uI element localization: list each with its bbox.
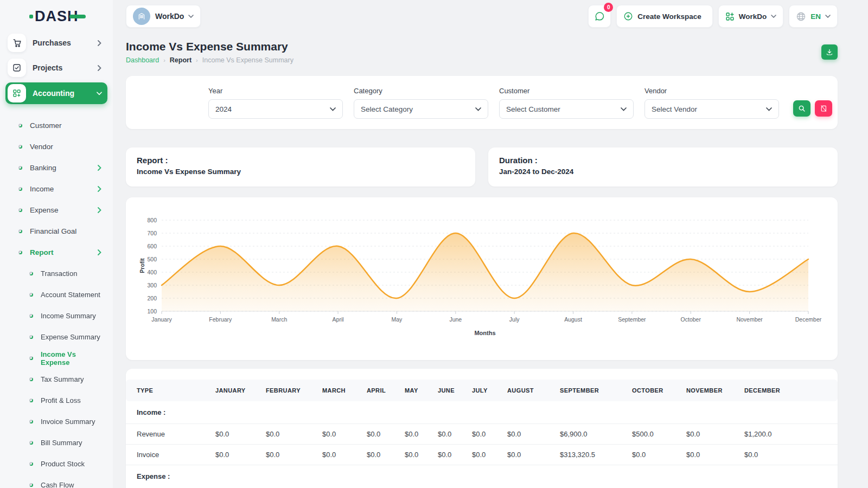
table-cell: $500.0 [632, 424, 686, 445]
breadcrumb-report[interactable]: Report [170, 56, 192, 64]
table-cell: $0.0 [215, 424, 266, 445]
sidebar-item-label: Cash Flow [41, 481, 102, 488]
sidebar-item-product-stock[interactable]: Product Stock [4, 453, 108, 474]
vendor-value: Select Vendor [652, 105, 697, 113]
bullet-icon [18, 145, 22, 149]
svg-text:December: December [795, 316, 822, 323]
table-cell: $0.0 [438, 445, 472, 465]
sidebar-item-label: Income Summary [41, 312, 102, 320]
category-value: Select Category [361, 105, 413, 113]
search-button[interactable] [793, 100, 810, 117]
table-row-label: Revenue [126, 424, 215, 445]
year-select[interactable]: 2024 [208, 99, 343, 119]
top-navbar: WorkDo 0 Create Workspace WorkDo EN [126, 0, 838, 33]
workspace-selector[interactable]: WorkDo [126, 5, 201, 28]
table-header-cell: MAY [405, 380, 438, 401]
sidebar-item-expense-summary[interactable]: Expense Summary [4, 326, 108, 348]
table-header-cell: DECEMBER [744, 380, 838, 401]
reset-button[interactable] [815, 100, 832, 117]
messages-badge: 0 [604, 3, 613, 12]
workspace-avatar [133, 8, 150, 25]
table-cell: $0.0 [472, 445, 507, 465]
sidebar-item-invoice-summary[interactable]: Invoice Summary [4, 411, 108, 432]
grid-icon [8, 84, 26, 102]
sidebar-item-label: Vendor [30, 143, 102, 151]
chevron-right-icon [97, 250, 102, 255]
table-cell: $1,200.0 [744, 424, 838, 445]
table-row-label: Invoice [126, 445, 215, 465]
sidebar-item-label: Income Vs Expense [41, 350, 102, 367]
chart-card: 100200300400500600700800ProfitJanuaryFeb… [126, 197, 838, 360]
sidebar-item-account-statement[interactable]: Account Statement [4, 284, 108, 305]
table-row: Invoice$0.0$0.0$0.0$0.0$0.0$0.0$0.0$0.0$… [126, 445, 838, 465]
sidebar-item-financial-goal[interactable]: Financial Goal [4, 221, 108, 242]
svg-text:July: July [509, 316, 520, 323]
sidebar-item-expense[interactable]: Expense [4, 200, 108, 221]
language-selector[interactable]: EN [789, 5, 838, 28]
table-cell: $0.0 [438, 424, 472, 445]
breadcrumb-separator: › [196, 57, 198, 63]
table-cell: $0.0 [507, 445, 560, 465]
chevron-right-icon [97, 208, 102, 213]
checkbox-icon [8, 59, 26, 77]
workspace-grid-icon [725, 12, 735, 21]
chevron-right-icon [97, 187, 102, 192]
table-header-cell: JULY [472, 380, 507, 401]
svg-text:February: February [209, 316, 232, 323]
vendor-select[interactable]: Select Vendor [644, 99, 779, 119]
svg-text:200: 200 [147, 295, 157, 301]
sidebar-item-cash-flow[interactable]: Cash Flow [4, 474, 108, 488]
sidebar: DASH Purchases Projects Accounting Custo… [0, 0, 113, 488]
filter-card: Year 2024 Category Select Category Custo… [126, 76, 838, 129]
sidebar-item-report[interactable]: Report [4, 242, 108, 263]
download-button[interactable] [821, 44, 838, 60]
download-icon [826, 48, 833, 56]
sidebar-item-label: Income [30, 185, 97, 193]
sidebar-item-profit-loss[interactable]: Profit & Loss [4, 390, 108, 411]
messages-button[interactable]: 0 [588, 5, 611, 28]
workspace-name: WorkDo [155, 12, 184, 21]
sidebar-item-purchases[interactable]: Purchases [5, 33, 107, 53]
sidebar-item-projects[interactable]: Projects [5, 57, 107, 78]
svg-text:500: 500 [147, 256, 157, 262]
category-select[interactable]: Select Category [354, 99, 488, 119]
sidebar-item-accounting[interactable]: Accounting [5, 82, 107, 104]
workdo-menu-button[interactable]: WorkDo [718, 5, 784, 28]
breadcrumb-dashboard[interactable]: Dashboard [126, 56, 159, 64]
svg-text:September: September [618, 316, 646, 323]
sidebar-item-tax-summary[interactable]: Tax Summary [4, 369, 108, 390]
sidebar-item-customer[interactable]: Customer [4, 115, 108, 136]
sidebar-item-transaction[interactable]: Transaction [4, 263, 108, 284]
sidebar-item-bill-summary[interactable]: Bill Summary [4, 432, 108, 453]
table-cell: $313,320.5 [560, 445, 632, 465]
svg-text:600: 600 [147, 243, 157, 249]
sidebar-item-income[interactable]: Income [4, 178, 108, 200]
table-row: Revenue$0.0$0.0$0.0$0.0$0.0$0.0$0.0$0.0$… [126, 424, 838, 445]
sidebar-item-income-vs-expense[interactable]: Income Vs Expense [4, 348, 108, 369]
bullet-icon [29, 399, 33, 402]
sidebar-item-label: Banking [30, 164, 97, 172]
table-cell: $0.0 [472, 424, 507, 445]
income-expense-table-card: TYPEJANUARYFEBRUARYMARCHAPRILMAYJUNEJULY… [126, 369, 838, 488]
chevron-down-icon [825, 15, 831, 18]
chevron-down-icon [621, 107, 627, 111]
sidebar-item-label: Invoice Summary [41, 418, 102, 426]
bullet-icon [29, 377, 33, 381]
globe-icon [796, 11, 806, 22]
customer-select[interactable]: Select Customer [499, 99, 634, 119]
create-workspace-label: Create Workspace [637, 12, 701, 21]
sidebar-item-label: Account Statement [41, 291, 102, 299]
app-logo[interactable]: DASH [4, 0, 108, 33]
sidebar-item-banking[interactable]: Banking [4, 157, 108, 178]
sidebar-item-income-summary[interactable]: Income Summary [4, 305, 108, 326]
bullet-icon [18, 124, 22, 127]
chevron-down-icon [97, 91, 102, 96]
bullet-icon [29, 272, 33, 275]
sidebar-item-vendor[interactable]: Vendor [4, 136, 108, 157]
table-cell: $0.0 [367, 445, 405, 465]
svg-text:March: March [271, 316, 287, 323]
sidebar-item-label: Product Stock [41, 460, 102, 468]
create-workspace-button[interactable]: Create Workspace [616, 5, 713, 28]
bullet-icon [29, 462, 33, 466]
logo-accent-bar [69, 15, 86, 18]
